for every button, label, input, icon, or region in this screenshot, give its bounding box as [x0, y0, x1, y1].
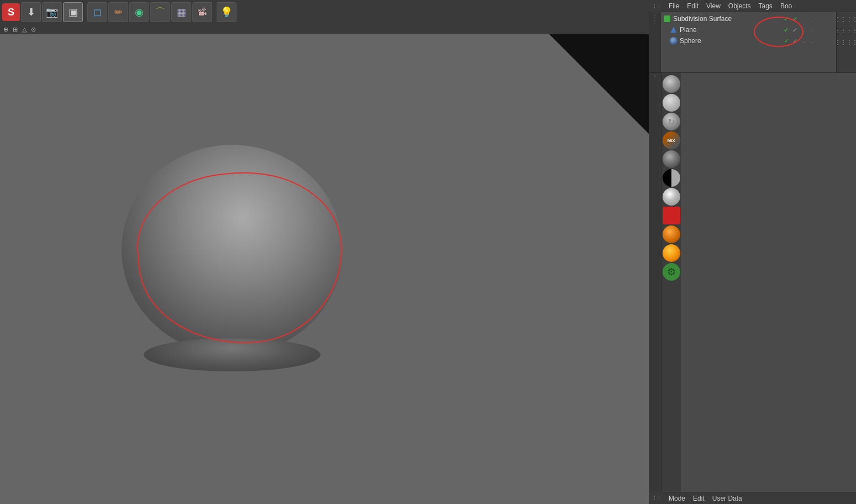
- brand-label: S: [8, 7, 14, 18]
- spline-icon: ⌒: [155, 6, 165, 19]
- obj-item-plane[interactable]: Plane: [661, 24, 781, 35]
- mat-sphere-halfblack[interactable]: [663, 169, 680, 187]
- mat-left-icon-col: ↻ MIX ⚙: [661, 73, 681, 492]
- mat-sphere-orange2[interactable]: [663, 244, 680, 262]
- active-view-button[interactable]: ▣: [63, 2, 83, 22]
- subdiv-row-icons: ✓ ✓ ·· ··: [781, 13, 836, 24]
- toolbar-sep-1: [84, 2, 86, 22]
- viewport-header: ⊕ ⊞ △ ⊙: [0, 24, 649, 34]
- sphere-vis-check[interactable]: ✓: [782, 37, 790, 45]
- light-button[interactable]: 💡: [217, 2, 237, 22]
- mat-sphere-red[interactable]: [663, 207, 680, 224]
- mat-sphere-orange1[interactable]: [663, 225, 680, 243]
- subdiv-extra-icon-1[interactable]: ⋮⋮: [835, 16, 846, 22]
- spline-button[interactable]: ⌒: [150, 2, 170, 22]
- subdiv-extra-icon-2[interactable]: ⋮⋮: [847, 16, 856, 22]
- download-button[interactable]: ⬇: [21, 2, 41, 22]
- sphere-dots-1[interactable]: ··: [800, 37, 807, 45]
- plane-render-check[interactable]: ✓: [791, 26, 799, 34]
- mat-sphere-rotate[interactable]: ↻: [663, 113, 680, 130]
- menu-edit[interactable]: Edit: [687, 2, 699, 10]
- object-list: Subdivision Surface Plane Sphere: [661, 12, 781, 72]
- menu-boo[interactable]: Boo: [780, 2, 792, 10]
- mode-item[interactable]: Mode: [669, 495, 685, 502]
- brand-icon[interactable]: S: [2, 3, 20, 21]
- menu-tags[interactable]: Tags: [759, 2, 773, 10]
- sphere-label: Sphere: [680, 37, 701, 45]
- object-manager: ⋮ ⋮ Subdivision Surface Plane: [649, 12, 856, 73]
- sphere-extra-icon-2[interactable]: ⋮⋮: [847, 39, 856, 45]
- camera-button[interactable]: 📽: [192, 2, 212, 22]
- sphere-row-icons: ✓ ✓ ·· ··: [781, 35, 836, 46]
- sphere-base: [144, 338, 321, 371]
- plane-dots-2[interactable]: ··: [808, 26, 816, 34]
- panel-handle: ⋮⋮: [652, 3, 661, 9]
- plane-extra-icon-2[interactable]: ⋮⋮: [847, 28, 856, 34]
- toolbar-sep-2: [213, 2, 216, 22]
- subdiv-label: Subdivision Surface: [673, 15, 732, 23]
- camera-icon: 📽: [197, 7, 207, 18]
- sphere-extra-row: ⋮⋮ ⋮⋮: [835, 36, 856, 48]
- view-grid-icon[interactable]: ⊞: [13, 26, 18, 33]
- plane-label: Plane: [680, 26, 697, 34]
- menu-objects[interactable]: Objects: [728, 2, 751, 10]
- view-nav-icon[interactable]: ⊕: [3, 26, 8, 33]
- sphere-obj-icon: ◉: [135, 6, 144, 18]
- download-icon: ⬇: [27, 6, 35, 18]
- edit-item[interactable]: Edit: [693, 495, 705, 502]
- pen-button[interactable]: ✏: [108, 2, 128, 22]
- drag-dots2: ⋮: [653, 19, 657, 24]
- menu-view[interactable]: View: [706, 2, 721, 10]
- snapshot-icon: 📷: [46, 6, 58, 18]
- material-panel: ⋮ ↻ MIX ⚙: [649, 73, 856, 492]
- subdiv-dots-1[interactable]: ··: [800, 15, 807, 23]
- sphere-sm-icon: [670, 37, 678, 45]
- object-extra-icon-col: ⋮⋮ ⋮⋮ ⋮⋮ ⋮⋮ ⋮⋮ ⋮⋮: [836, 12, 856, 72]
- grid-button[interactable]: ▦: [171, 2, 191, 22]
- plane-dots-1[interactable]: ··: [800, 26, 807, 34]
- properties-empty-area: [681, 73, 856, 492]
- panel-drag-strip: ⋮ ⋮: [649, 12, 661, 72]
- mat-panel-strip: ⋮: [649, 73, 661, 492]
- plane-vis-check[interactable]: ✓: [782, 26, 790, 34]
- cube-button[interactable]: ◻: [87, 2, 107, 22]
- sphere-render-check[interactable]: ✓: [791, 37, 799, 45]
- mat-sphere-grey[interactable]: [663, 75, 680, 93]
- mat-drag-dots: ⋮: [653, 74, 657, 79]
- subdiv-render-check[interactable]: ✓: [791, 15, 799, 23]
- drag-dots: ⋮: [653, 13, 657, 18]
- cube-icon: ◻: [93, 6, 102, 18]
- subdiv-icon: [663, 15, 671, 23]
- plane-row-icons: ✓ ✓ ·· ··: [781, 24, 836, 35]
- snapshot-button[interactable]: 📷: [42, 2, 62, 22]
- plane-icon: [670, 26, 678, 34]
- mat-sphere-white-grad[interactable]: [663, 188, 680, 206]
- pen-icon: ✏: [114, 6, 123, 18]
- subdiv-vis-check[interactable]: ✓: [782, 15, 790, 23]
- menu-file[interactable]: File: [669, 2, 679, 10]
- mat-sphere-dark[interactable]: [663, 150, 680, 168]
- light-icon: 💡: [220, 6, 233, 18]
- obj-item-subdivision[interactable]: Subdivision Surface: [661, 13, 781, 24]
- subdiv-dots-2[interactable]: ··: [808, 15, 816, 23]
- obj-item-sphere[interactable]: Sphere: [661, 35, 781, 46]
- sphere-icon-shape: [670, 37, 678, 45]
- view-cam-icon[interactable]: △: [22, 26, 27, 33]
- viewport: [0, 34, 649, 504]
- view-display-icon[interactable]: ⊙: [31, 26, 36, 33]
- sphere-dots-2[interactable]: ··: [808, 37, 816, 45]
- rotate-icon: ↻: [668, 117, 675, 127]
- sphere-extra-icon-1[interactable]: ⋮⋮: [835, 39, 846, 45]
- viewport-triangle: [549, 34, 649, 134]
- sphere-mesh: [122, 145, 343, 355]
- mat-sphere-light[interactable]: [663, 94, 680, 112]
- bottom-handle: ⋮⋮: [652, 496, 661, 501]
- subdiv-icon-shape: [664, 15, 670, 22]
- mat-sphere-green-gear[interactable]: ⚙: [663, 263, 680, 281]
- plane-extra-icon-1[interactable]: ⋮⋮: [835, 28, 846, 34]
- userdata-item[interactable]: User Data: [712, 495, 742, 502]
- object-right-icons: ✓ ✓ ·· ·· ✓ ✓ ·· ·· ✓ ✓ ·· ··: [781, 12, 836, 72]
- sphere-button[interactable]: ◉: [129, 2, 149, 22]
- mat-sphere-mix[interactable]: MIX: [663, 132, 680, 149]
- right-menu-bar: ⋮⋮ File Edit View Objects Tags Boo: [649, 0, 856, 12]
